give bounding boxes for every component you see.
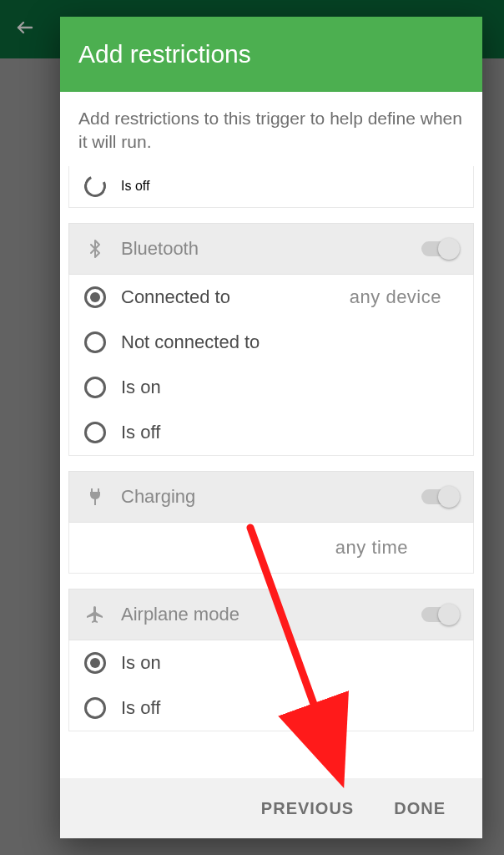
dialog-subtitle: Add restrictions to this trigger to help… — [60, 92, 482, 166]
option-label: Is on — [121, 652, 161, 674]
charging-time-value: any time — [335, 537, 458, 559]
add-restrictions-dialog: Add restrictions Add restrictions to thi… — [60, 17, 482, 838]
bluetooth-option-is-off[interactable]: Is off — [69, 410, 473, 455]
section-label: Charging — [121, 486, 406, 508]
airplane-section-body: Is on Is off — [68, 640, 474, 731]
option-label: Is off — [121, 697, 160, 719]
bluetooth-option-connected-to[interactable]: Connected to any device — [69, 275, 473, 320]
charging-value-row[interactable]: any time — [69, 523, 473, 573]
bluetooth-section-body: Connected to any device Not connected to… — [68, 275, 474, 456]
radio-icon — [81, 173, 108, 200]
option-label: Not connected to — [121, 331, 260, 353]
prev-section-option-is-off[interactable]: Is off — [68, 166, 474, 208]
restrictions-scroll-area[interactable]: Is off Bluetooth Connected to any device… — [60, 166, 482, 778]
bluetooth-section-header[interactable]: Bluetooth — [68, 223, 474, 275]
bluetooth-icon — [84, 239, 106, 259]
charging-section-body: any time — [68, 523, 474, 574]
bluetooth-device-value[interactable]: any device — [350, 286, 458, 308]
charging-section-header[interactable]: Charging — [68, 471, 474, 523]
radio-icon — [84, 652, 106, 674]
option-label: Connected to — [121, 286, 230, 308]
previous-button[interactable]: PREVIOUS — [261, 799, 354, 818]
radio-icon — [84, 286, 106, 308]
airplane-option-is-on[interactable]: Is on — [69, 640, 473, 686]
bluetooth-option-is-on[interactable]: Is on — [69, 365, 473, 410]
option-label: Is off — [121, 422, 160, 443]
dialog-button-bar: PREVIOUS DONE — [60, 778, 482, 838]
section-label: Airplane mode — [121, 604, 406, 625]
radio-icon — [84, 422, 106, 443]
done-button[interactable]: DONE — [394, 799, 446, 818]
airplane-section-header[interactable]: Airplane mode — [68, 589, 474, 640]
dialog-title: Add restrictions — [60, 17, 482, 92]
airplane-option-is-off[interactable]: Is off — [69, 686, 473, 731]
option-label: Is off — [121, 179, 149, 194]
radio-icon — [84, 377, 106, 398]
airplane-icon — [84, 605, 106, 625]
plug-icon — [84, 487, 106, 507]
bluetooth-option-not-connected-to[interactable]: Not connected to — [69, 320, 473, 365]
section-label: Bluetooth — [121, 238, 406, 260]
radio-icon — [84, 697, 106, 719]
charging-toggle[interactable] — [421, 489, 458, 504]
option-label: Is on — [121, 377, 161, 398]
radio-icon — [84, 331, 106, 353]
bluetooth-toggle[interactable] — [421, 241, 458, 256]
airplane-toggle[interactable] — [421, 607, 458, 622]
